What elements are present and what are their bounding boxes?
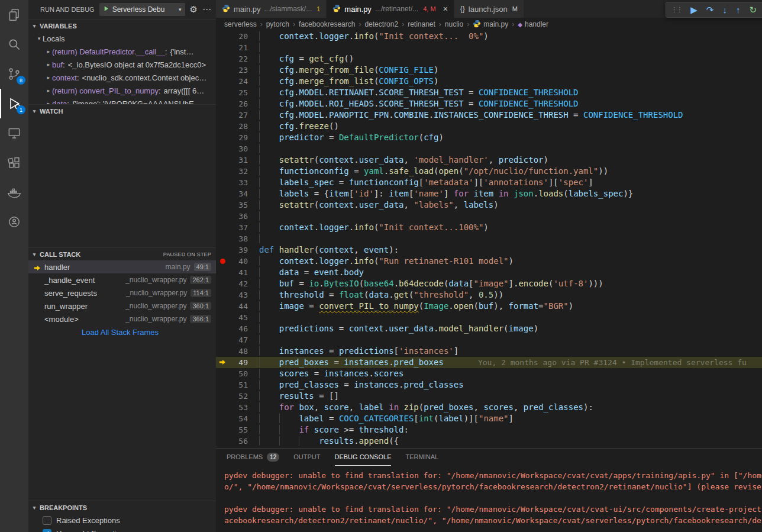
- breakpoint-gutter[interactable]: [216, 436, 229, 447]
- activity-item-extensions[interactable]: [0, 148, 28, 178]
- watch-header[interactable]: ▾ WATCH: [28, 104, 216, 117]
- breakpoints-header[interactable]: ▾ BREAKPOINTS: [28, 501, 216, 514]
- breakpoint-row[interactable]: Raised Exceptions: [28, 514, 216, 527]
- code-line[interactable]: 23 cfg.merge_from_file(CONFIG_FILE): [216, 65, 762, 76]
- code-line[interactable]: 41 data = event.body: [216, 267, 762, 278]
- breakpoint-gutter[interactable]: [216, 413, 229, 424]
- debug-console-output[interactable]: pydev debugger: unable to find translati…: [216, 466, 762, 526]
- code-line[interactable]: 50 scores = instances.scores: [216, 368, 762, 379]
- breadcrumb-item[interactable]: serverless: [224, 20, 257, 28]
- breakpoint-gutter[interactable]: [216, 177, 229, 188]
- code-line[interactable]: 56 results.append({: [216, 436, 762, 447]
- stack-frame[interactable]: handlermain.py49:1: [28, 260, 216, 273]
- breakpoint-gutter[interactable]: [216, 42, 229, 53]
- breakpoint-gutter[interactable]: [216, 278, 229, 289]
- variable-row[interactable]: ▸(return) convert_PIL_to_numpy:array([[[…: [28, 84, 216, 97]
- breakpoint-gutter[interactable]: [216, 87, 229, 98]
- code-line[interactable]: 28 cfg.freeze(): [216, 121, 762, 132]
- debug-toolbar-drag-handle[interactable]: ⋮⋮: [671, 6, 682, 14]
- breakpoint-gutter[interactable]: [216, 391, 229, 402]
- step-into-icon[interactable]: ↓: [722, 5, 727, 14]
- panel-tab-output[interactable]: OUTPUT: [293, 449, 320, 466]
- code-line[interactable]: 20 context.logger.info("Init context... …: [216, 31, 762, 42]
- variable-row[interactable]: ▸context:<nuclio_sdk.context.Context obj…: [28, 71, 216, 84]
- breakpoint-gutter[interactable]: [216, 289, 229, 301]
- code-line[interactable]: 35 setattr(context.user_data, "labels", …: [216, 199, 762, 211]
- variable-row[interactable]: ▸(return) DefaultPredictor.__call__:{'in…: [28, 45, 216, 58]
- start-debugging-icon[interactable]: [103, 5, 109, 14]
- breakpoint-gutter[interactable]: [216, 154, 229, 166]
- code-line[interactable]: 24 cfg.merge_from_list(CONFIG_OPTS): [216, 76, 762, 87]
- breadcrumb-item[interactable]: retinanet: [408, 20, 435, 28]
- variables-scope[interactable]: ▾Locals: [28, 32, 216, 45]
- breakpoint-gutter[interactable]: [216, 379, 229, 391]
- code-line[interactable]: 30: [216, 143, 762, 154]
- code-line[interactable]: 34 labels = {item['id']: item['name'] fo…: [216, 188, 762, 199]
- code-line[interactable]: 40 context.logger.info("Run retinanet-R1…: [216, 256, 762, 267]
- code-line[interactable]: 48 instances = predictions['instances']: [216, 346, 762, 357]
- breadcrumb-item[interactable]: main.py: [473, 20, 508, 30]
- breakpoint-gutter[interactable]: [216, 402, 229, 413]
- code-line[interactable]: 51 pred_classes = instances.pred_classes: [216, 379, 762, 391]
- breakpoint-gutter[interactable]: [216, 76, 229, 87]
- code-line[interactable]: 43 threshold = float(data.get("threshold…: [216, 289, 762, 301]
- breakpoint-gutter[interactable]: [216, 199, 229, 211]
- code-line[interactable]: 49 pred_boxes = instances.pred_boxesYou,…: [216, 357, 762, 368]
- breakpoint-gutter[interactable]: [216, 31, 229, 42]
- breakpoint-gutter[interactable]: [216, 312, 229, 323]
- code-line[interactable]: 47: [216, 334, 762, 346]
- breakpoint-gutter[interactable]: [216, 256, 229, 267]
- code-line[interactable]: 52 results = []: [216, 391, 762, 402]
- breakpoint-gutter[interactable]: [216, 323, 229, 334]
- activity-item-search[interactable]: [0, 30, 28, 59]
- activity-item-live-share[interactable]: [0, 207, 28, 237]
- call-stack-header[interactable]: ▾ CALL STACK PAUSED ON STEP: [28, 247, 216, 260]
- activity-item-source-control[interactable]: 8: [0, 59, 28, 89]
- panel-tab-terminal[interactable]: TERMINAL: [405, 449, 438, 466]
- code-line[interactable]: 42 buf = io.BytesIO(base64.b64decode(dat…: [216, 278, 762, 289]
- activity-item-explorer[interactable]: [0, 0, 28, 30]
- breakpoint-gutter[interactable]: [216, 143, 229, 154]
- stack-frame[interactable]: _handle_event_nuclio_wrapper.py262:1: [28, 273, 216, 286]
- code-line[interactable]: 22 cfg = get_cfg(): [216, 53, 762, 65]
- breadcrumb-item[interactable]: nuclio: [445, 20, 463, 28]
- breakpoint-gutter[interactable]: [216, 301, 229, 312]
- breadcrumb-item[interactable]: ◆handler: [518, 20, 548, 28]
- breakpoint-gutter[interactable]: [216, 98, 229, 109]
- step-over-icon[interactable]: ↷: [706, 5, 714, 14]
- restart-icon[interactable]: ↻: [749, 5, 757, 14]
- breakpoint-gutter[interactable]: [216, 244, 229, 256]
- breakpoint-gutter[interactable]: [216, 222, 229, 233]
- code-line[interactable]: 46 predictions = context.user_data.model…: [216, 323, 762, 334]
- code-line[interactable]: 36: [216, 211, 762, 222]
- close-icon[interactable]: ×: [443, 5, 448, 13]
- breadcrumb-item[interactable]: detectron2: [364, 20, 398, 28]
- breakpoint-row[interactable]: ✓Uncaught Exceptions: [28, 527, 216, 532]
- code-line[interactable]: 26 cfg.MODEL.ROI_HEADS.SCORE_THRESH_TEST…: [216, 98, 762, 109]
- variables-header[interactable]: ▾ VARIABLES: [28, 19, 216, 32]
- code-line[interactable]: 38: [216, 233, 762, 244]
- breakpoint-gutter[interactable]: [216, 188, 229, 199]
- continue-icon[interactable]: ▶: [690, 5, 698, 14]
- code-line[interactable]: 32 functionconfig = yaml.safe_load(open(…: [216, 166, 762, 177]
- breakpoint-gutter[interactable]: [216, 334, 229, 346]
- breakpoint-gutter[interactable]: [216, 424, 229, 436]
- variable-row[interactable]: ▸buf:<_io.BytesIO object at 0x7f5a2dc1ec…: [28, 58, 216, 71]
- more-actions-icon[interactable]: ⋯: [202, 4, 211, 15]
- code-line[interactable]: 55 if score >= threshold:: [216, 424, 762, 436]
- breakpoint-gutter[interactable]: [216, 357, 229, 368]
- panel-tab-problems[interactable]: PROBLEMS12: [227, 449, 279, 466]
- tab-main.py[interactable]: main.py.../siammask/...1: [216, 0, 327, 18]
- checked-checkbox[interactable]: ✓: [43, 529, 51, 532]
- code-line[interactable]: 29 predictor = DefaultPredictor(cfg): [216, 132, 762, 143]
- breakpoint-gutter[interactable]: [216, 346, 229, 357]
- code-line[interactable]: 54 label = COCO_CATEGORIES[int(label)]["…: [216, 413, 762, 424]
- stack-frame[interactable]: <module>_nuclio_wrapper.py366:1: [28, 312, 216, 325]
- breakpoint-gutter[interactable]: [216, 211, 229, 222]
- code-line[interactable]: 37 context.logger.info("Init context...1…: [216, 222, 762, 233]
- stack-frame[interactable]: run_wrapper_nuclio_wrapper.py360:1: [28, 299, 216, 312]
- activity-item-remote-explorer[interactable]: [0, 118, 28, 148]
- code-line[interactable]: 39def handler(context, event):: [216, 244, 762, 256]
- activity-item-run-and-debug[interactable]: 1: [0, 89, 28, 118]
- breakpoint-gutter[interactable]: [216, 53, 229, 65]
